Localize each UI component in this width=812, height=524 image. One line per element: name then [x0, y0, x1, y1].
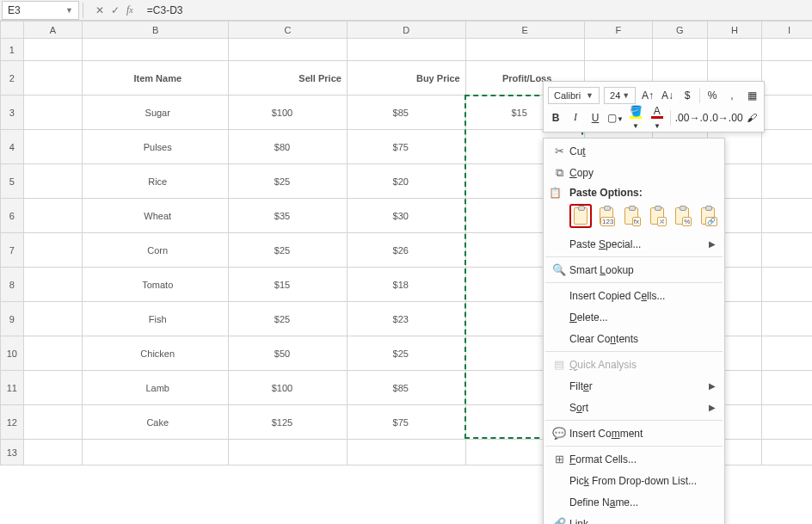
cell[interactable]: $25: [229, 302, 348, 336]
cell[interactable]: Tomato: [83, 268, 229, 302]
ctx-sort[interactable]: Sort ▶: [544, 397, 724, 418]
increase-font-icon[interactable]: A↑: [640, 89, 655, 102]
cancel-icon[interactable]: ✕: [95, 4, 104, 16]
paste-option-transpose[interactable]: ⤭: [646, 204, 668, 228]
ctx-paste-special[interactable]: Paste Special... ▶: [544, 233, 724, 255]
row-header[interactable]: 1: [1, 39, 24, 61]
row-header[interactable]: 12: [1, 405, 24, 440]
format-painter-icon[interactable]: 🖌: [744, 112, 760, 124]
cell[interactable]: [762, 268, 812, 302]
row-header[interactable]: 5: [1, 164, 24, 199]
cell[interactable]: [23, 233, 83, 268]
col-header[interactable]: A: [23, 22, 83, 39]
col-header[interactable]: I: [762, 22, 812, 39]
formula-input[interactable]: =C3-D3: [142, 1, 812, 20]
col-header[interactable]: H: [707, 22, 762, 39]
ctx-cut[interactable]: ✂ Cut: [544, 140, 724, 162]
row-header[interactable]: 10: [1, 336, 24, 371]
ctx-clear-contents[interactable]: Clear Contents: [544, 328, 724, 349]
comma-format-icon[interactable]: ,: [724, 89, 740, 102]
cell[interactable]: Wheat: [83, 199, 229, 233]
cell[interactable]: [347, 440, 465, 465]
percent-format-icon[interactable]: %: [704, 89, 720, 102]
paste-option-formatting[interactable]: %: [672, 204, 694, 228]
cell[interactable]: $125: [229, 405, 348, 440]
cell[interactable]: Corn: [83, 233, 229, 268]
cell[interactable]: [229, 440, 348, 465]
row-header[interactable]: 8: [1, 268, 24, 302]
col-header[interactable]: C: [229, 22, 348, 39]
ctx-filter[interactable]: Filter ▶: [544, 375, 724, 397]
cell[interactable]: [762, 405, 812, 440]
cell[interactable]: [23, 302, 83, 336]
cell[interactable]: $85: [347, 371, 465, 405]
cell[interactable]: [762, 61, 812, 96]
increase-decimal-icon[interactable]: .0→.00: [710, 112, 740, 124]
paste-option-paste[interactable]: [569, 204, 592, 228]
borders-button[interactable]: ▢▼: [607, 112, 623, 124]
cell[interactable]: [347, 39, 465, 61]
cell[interactable]: $75: [347, 405, 465, 440]
paste-option-formulas[interactable]: fx: [620, 204, 643, 228]
decrease-decimal-icon[interactable]: .00→.0: [675, 112, 705, 124]
ctx-link[interactable]: 🔗 Link: [544, 513, 724, 524]
cell[interactable]: [762, 302, 812, 336]
cell[interactable]: [23, 96, 83, 130]
ctx-copy[interactable]: ⧉ Copy: [544, 162, 724, 183]
cell[interactable]: [229, 39, 348, 61]
cell[interactable]: [465, 39, 584, 61]
cell[interactable]: $15: [229, 268, 348, 302]
ctx-smart-lookup[interactable]: 🔍 Smart Lookup: [544, 259, 724, 280]
row-header[interactable]: 3: [1, 96, 24, 130]
row-header[interactable]: 7: [1, 233, 24, 268]
cell[interactable]: [653, 39, 708, 61]
row-header[interactable]: 9: [1, 302, 24, 336]
paste-option-values[interactable]: 123: [595, 204, 618, 228]
cell[interactable]: Fish: [83, 302, 229, 336]
row-header[interactable]: 11: [1, 371, 24, 405]
cell[interactable]: $25: [229, 233, 348, 268]
cell[interactable]: Lamb: [83, 371, 229, 405]
header-cell[interactable]: Buy Price: [347, 61, 465, 96]
row-header[interactable]: 2: [1, 61, 24, 96]
cell[interactable]: [762, 440, 812, 465]
row-header[interactable]: 6: [1, 199, 24, 233]
ctx-delete[interactable]: Delete...: [544, 306, 724, 328]
cell[interactable]: [762, 336, 812, 371]
cell[interactable]: Rice: [83, 164, 229, 199]
ctx-insert-copied[interactable]: Insert Copied Cells...: [544, 285, 724, 306]
name-box[interactable]: E3 ▼: [2, 1, 79, 20]
cell[interactable]: $85: [347, 96, 465, 130]
col-header[interactable]: B: [83, 22, 229, 39]
cell[interactable]: $100: [229, 371, 348, 405]
font-color-button[interactable]: A▼: [649, 105, 666, 131]
cell[interactable]: [762, 39, 812, 61]
cell[interactable]: $25: [347, 336, 465, 371]
row-header[interactable]: 4: [1, 130, 24, 164]
cell[interactable]: $26: [347, 233, 465, 268]
cell[interactable]: [23, 164, 83, 199]
col-header[interactable]: F: [584, 22, 653, 39]
cell[interactable]: $75: [347, 130, 465, 164]
cell[interactable]: $35: [229, 199, 348, 233]
name-box-dropdown-icon[interactable]: ▼: [65, 6, 73, 15]
cell[interactable]: Sugar: [83, 96, 229, 130]
cell[interactable]: [83, 440, 229, 465]
cell[interactable]: $23: [347, 302, 465, 336]
cell[interactable]: $100: [229, 96, 348, 130]
col-header-selected[interactable]: E: [465, 22, 584, 39]
cell[interactable]: [23, 39, 83, 61]
fx-icon[interactable]: fx: [126, 3, 133, 16]
chevron-down-icon[interactable]: ▼: [622, 91, 630, 100]
cell[interactable]: [707, 39, 762, 61]
cell[interactable]: $25: [229, 164, 348, 199]
cell[interactable]: [23, 199, 83, 233]
cell[interactable]: [584, 39, 653, 61]
cell[interactable]: [23, 61, 83, 96]
cell[interactable]: $50: [229, 336, 348, 371]
row-header[interactable]: 13: [1, 440, 24, 465]
cell[interactable]: [83, 39, 229, 61]
chevron-down-icon[interactable]: ▼: [586, 91, 594, 100]
enter-icon[interactable]: ✓: [111, 4, 120, 16]
ctx-format-cells[interactable]: ⊞ Format Cells...: [544, 448, 724, 470]
